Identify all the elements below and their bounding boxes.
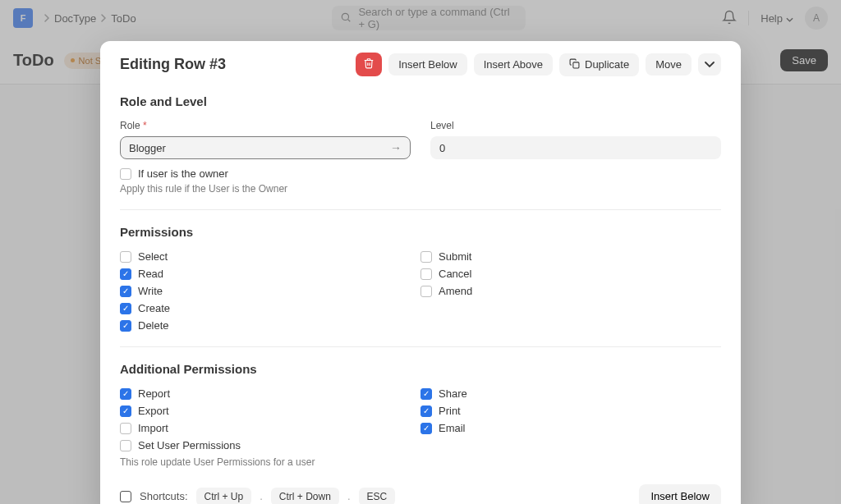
footer-insert-below-button[interactable]: Insert Below: [639, 484, 721, 504]
permission-row: Read: [120, 268, 420, 280]
permission-checkbox[interactable]: [420, 268, 432, 280]
owner-help-text: Apply this rule if the User is the Owner: [120, 183, 411, 195]
insert-above-button[interactable]: Insert Above: [474, 53, 553, 76]
permission-row: Create: [120, 302, 420, 314]
additional-permission-row: Export: [120, 405, 420, 417]
additional-permission-label: Report: [138, 387, 170, 400]
additional-permission-label: Print: [439, 405, 461, 417]
keyboard-icon: [120, 491, 131, 502]
chevron-down-icon: [705, 58, 715, 71]
permission-row: Amend: [420, 285, 721, 297]
modal-overlay[interactable]: Editing Row #3 Insert Below Insert Above…: [0, 0, 841, 504]
modal-footer: Shortcuts: Ctrl + Up . Ctrl + Down . ESC…: [100, 476, 741, 504]
permission-label: Write: [138, 285, 163, 297]
permission-row: Delete: [120, 319, 420, 332]
delete-row-button[interactable]: [356, 53, 382, 76]
level-input[interactable]: [439, 142, 712, 154]
permission-label: Delete: [138, 319, 169, 332]
duplicate-button[interactable]: Duplicate: [559, 53, 639, 76]
permission-row: Submit: [420, 250, 721, 263]
additional-permission-checkbox[interactable]: [120, 388, 131, 400]
additional-permission-label: Export: [138, 405, 169, 417]
arrow-right-icon[interactable]: →: [390, 141, 402, 154]
additional-permission-checkbox[interactable]: [420, 388, 432, 400]
additional-permission-label: Import: [138, 422, 168, 434]
permission-checkbox[interactable]: [420, 286, 432, 297]
role-select[interactable]: →: [120, 136, 411, 159]
additional-permission-checkbox[interactable]: [420, 423, 432, 434]
permission-label: Submit: [439, 250, 471, 263]
additional-permission-label: Set User Permissions: [138, 439, 241, 451]
additional-permission-row: Report: [120, 387, 420, 400]
permission-label: Read: [138, 268, 163, 280]
permission-row: Cancel: [420, 268, 721, 280]
permissions-grid: SelectReadWriteCreateDelete SubmitCancel…: [120, 250, 721, 332]
owner-checkbox[interactable]: [120, 168, 131, 180]
additional-permission-label: Share: [439, 387, 467, 400]
permission-label: Cancel: [439, 268, 471, 280]
permission-checkbox[interactable]: [420, 251, 432, 263]
permission-label: Create: [138, 302, 170, 314]
permission-label: Amend: [439, 285, 472, 297]
permission-checkbox[interactable]: [120, 251, 131, 263]
permission-label: Select: [138, 250, 168, 263]
copy-icon: [569, 58, 580, 71]
insert-below-button[interactable]: Insert Below: [388, 53, 467, 76]
shortcut-key: Ctrl + Down: [271, 488, 339, 505]
additional-permission-checkbox[interactable]: [120, 423, 131, 434]
section-permissions: Permissions: [120, 225, 721, 239]
additional-permission-row: Share: [420, 387, 721, 400]
additional-permissions-grid: ReportExportImportSet User Permissions S…: [120, 387, 721, 451]
permission-checkbox[interactable]: [120, 286, 131, 297]
role-label: Role *: [120, 120, 411, 131]
additional-help-text: This role update User Permissions for a …: [120, 456, 721, 468]
permission-checkbox[interactable]: [120, 268, 131, 280]
divider: [120, 209, 721, 210]
role-input[interactable]: [129, 142, 390, 154]
additional-permission-row: Set User Permissions: [120, 439, 420, 451]
modal-title: Editing Row #3: [120, 56, 226, 73]
additional-permission-row: Print: [420, 405, 721, 417]
additional-permission-row: Import: [120, 422, 420, 434]
more-actions-button[interactable]: [698, 53, 721, 76]
additional-permission-checkbox[interactable]: [120, 405, 131, 417]
trash-icon: [363, 57, 375, 71]
shortcuts: Shortcuts: Ctrl + Up . Ctrl + Down . ESC: [120, 488, 395, 505]
additional-permission-checkbox[interactable]: [420, 405, 432, 417]
owner-checkbox-label: If user is the owner: [138, 167, 228, 180]
svg-rect-2: [573, 62, 579, 67]
permission-row: Write: [120, 285, 420, 297]
divider: [120, 346, 721, 347]
shortcut-key: Ctrl + Up: [196, 488, 252, 505]
section-additional: Additional Permissions: [120, 362, 721, 376]
move-button[interactable]: Move: [646, 53, 692, 76]
level-input-wrap[interactable]: [430, 136, 721, 159]
level-label: Level: [430, 120, 721, 131]
section-role-level: Role and Level: [120, 94, 721, 108]
permission-checkbox[interactable]: [120, 320, 131, 332]
additional-permission-checkbox[interactable]: [120, 440, 131, 451]
modal: Editing Row #3 Insert Below Insert Above…: [100, 41, 741, 504]
permission-checkbox[interactable]: [120, 303, 131, 314]
shortcut-key: ESC: [359, 488, 396, 505]
additional-permission-row: Email: [420, 422, 721, 434]
modal-header: Editing Row #3 Insert Below Insert Above…: [100, 41, 741, 86]
permission-row: Select: [120, 250, 420, 263]
additional-permission-label: Email: [439, 422, 466, 434]
